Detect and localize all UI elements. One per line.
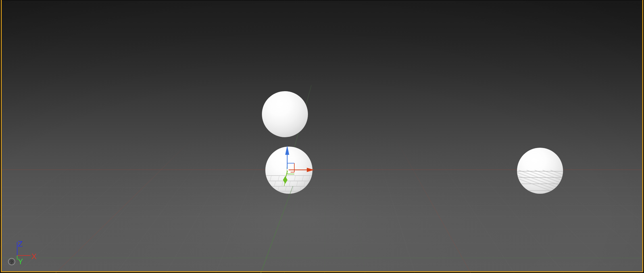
border-right (642, 0, 643, 272)
application-window: Z X Y ? (0, 0, 644, 273)
tripod-y-label: Y (18, 257, 23, 266)
viewport-canvas[interactable]: Z X Y ? (0, 0, 644, 273)
viewport-vignette (2, 1, 642, 271)
border-bottom (1, 271, 643, 272)
tripod-x-label: X (31, 252, 36, 261)
tripod-z-label: Z (18, 240, 23, 248)
help-icon[interactable]: ? (9, 259, 15, 265)
help-icon-glyph[interactable]: ? (10, 260, 13, 265)
sphere-top[interactable] (262, 91, 308, 137)
border-left (1, 0, 2, 272)
gizmo-origin-point[interactable] (287, 169, 289, 170)
viewport-background (0, 0, 644, 273)
